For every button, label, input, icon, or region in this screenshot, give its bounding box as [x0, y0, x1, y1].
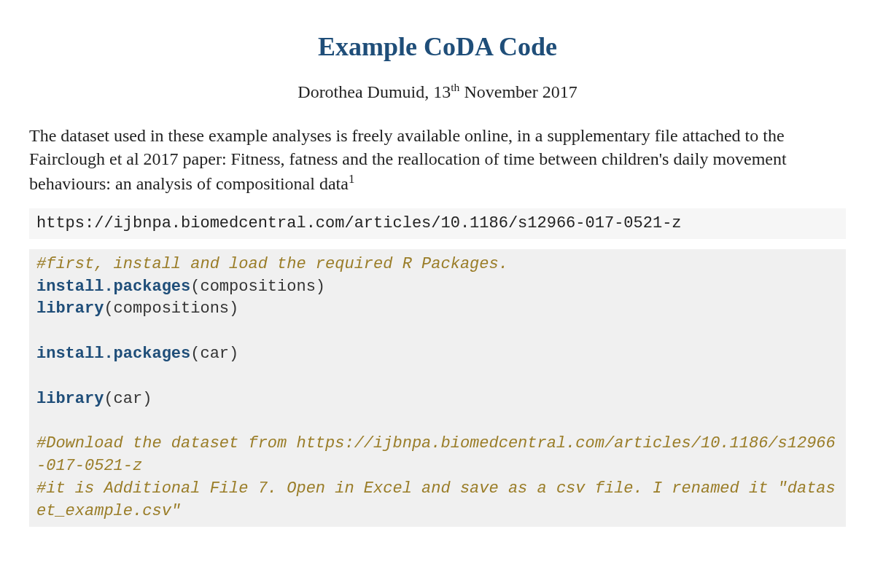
- intro-paragraph: The dataset used in these example analys…: [29, 124, 846, 195]
- url-block: https://ijbnpa.biomedcentral.com/article…: [29, 208, 846, 239]
- code-function: install.packages: [36, 345, 190, 363]
- code-function: install.packages: [36, 278, 190, 296]
- code-args: (compositions): [104, 299, 238, 318]
- code-comment: #Download the dataset from https://ijbnp…: [36, 434, 836, 475]
- date-suffix: November 2017: [459, 82, 577, 101]
- code-function: library: [36, 299, 104, 318]
- intro-text: The dataset used in these example analys…: [29, 126, 787, 193]
- code-function: library: [36, 390, 104, 408]
- code-comment: #it is Additional File 7. Open in Excel …: [36, 479, 836, 520]
- code-block: #first, install and load the required R …: [29, 249, 846, 528]
- footnote-marker: 1: [349, 172, 354, 186]
- page-title: Example CoDA Code: [29, 29, 846, 65]
- byline: Dorothea Dumuid, 13th November 2017: [29, 79, 846, 103]
- date-ordinal: th: [451, 81, 459, 93]
- code-args: (car): [190, 345, 238, 363]
- code-comment: #first, install and load the required R …: [36, 255, 508, 273]
- code-args: (compositions): [190, 278, 325, 296]
- date-prefix: , 13: [424, 82, 451, 101]
- code-args: (car): [104, 390, 152, 408]
- author-name: Dorothea Dumuid: [298, 82, 424, 101]
